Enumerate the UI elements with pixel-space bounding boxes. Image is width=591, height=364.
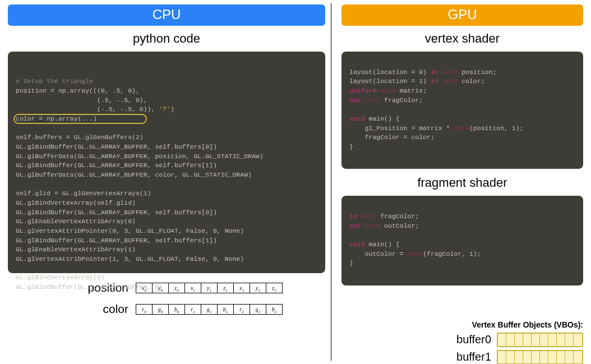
- code-line: GL.glBufferData(GL.GL_ARRAY_BUFFER, colo…: [16, 171, 252, 178]
- vbo-cell: [498, 334, 506, 346]
- code-line: }: [349, 259, 353, 266]
- code-line: GL.glBindBuffer(GL.GL_ARRAY_BUFFER, self…: [16, 162, 217, 169]
- vbo-cell: [548, 351, 557, 363]
- code-line: GL.glBindBuffer(GL.GL_ARRAY_BUFFER, self…: [16, 237, 217, 244]
- code-line: self.glid = GL.glGenVertexArrays(1): [16, 190, 151, 197]
- code-line: GL.glBindVertexArray(self.glid): [16, 199, 136, 206]
- array-cell: r0: [136, 304, 153, 315]
- vbo-label: buffer0: [456, 333, 491, 346]
- vbo-cell: [565, 334, 574, 346]
- vbo-cell: [515, 334, 523, 346]
- array-cell: y2: [250, 283, 266, 293]
- vbo-cell: [523, 334, 532, 346]
- vbo-cell: [574, 334, 582, 346]
- gpu-column: GPU vertex shader layout(location = 0) i…: [331, 0, 591, 364]
- vbo-cell: [548, 334, 557, 346]
- python-code-box: # Setup the triangle position = np.array…: [8, 52, 325, 273]
- cpu-header: CPU: [8, 4, 325, 26]
- code-line: GL.glBindVertexArray(0): [16, 274, 105, 281]
- vbo-cell: [557, 334, 565, 346]
- color-label: color: [78, 302, 128, 316]
- code-line: GL.glVertexAttribPointer(0, 3, GL.GL_FLO…: [16, 227, 244, 234]
- code-line: self.buffers = GL.glGenBuffers(2): [16, 133, 144, 141]
- array-cell: b0: [168, 304, 185, 315]
- python-code-title: python code: [8, 31, 325, 46]
- vbo-cell: [532, 351, 540, 363]
- vbo-cell: [523, 351, 532, 363]
- code-line: out vec4 outColor;: [349, 222, 419, 229]
- code-line: GL.glEnableVertexAttribArray(0): [16, 218, 136, 225]
- code-line: (-.5, -.5, 0)), 'f'): [16, 105, 174, 113]
- vertex-shader-title: vertex shader: [341, 31, 583, 46]
- vbo-cell: [557, 351, 565, 363]
- array-cell: b1: [217, 304, 234, 315]
- color-cells: r0g0b0r1g1b1r2g2b2: [136, 304, 283, 315]
- vbo-area: Vertex Buffer Objects (VBOs): buffer0buf…: [341, 320, 583, 364]
- code-line: layout(location = 1) in vec3 color;: [349, 77, 485, 85]
- code-line: in vec3 fragColor;: [349, 213, 419, 220]
- array-cell: z1: [217, 283, 234, 293]
- code-line: GL.glBindBuffer(GL.GL_ARRAY_BUFFER, self…: [16, 209, 217, 216]
- code-line: position = np.array(((0, .5, 0),: [16, 87, 140, 94]
- code-line: (.5, -.5, 0),: [16, 96, 147, 104]
- array-cell: b2: [266, 304, 283, 315]
- code-line: outColor = vec4(fragColor, 1);: [349, 250, 481, 257]
- code-line: }: [349, 143, 353, 150]
- vbo-cell: [540, 334, 548, 346]
- fragment-shader-title: fragment shader: [341, 176, 583, 190]
- array-cell: g1: [201, 304, 218, 315]
- vbo-row: buffer1: [341, 350, 583, 364]
- code-line: uniform mat4 matrix;: [349, 87, 427, 94]
- code-line: GL.glEnableVertexAttribArray(1): [16, 246, 136, 253]
- code-line: out vec3 fragColor;: [349, 96, 423, 104]
- code-line: GL.glBindBuffer(GL.GL_ARRAY_BUFFER, 0): [16, 283, 163, 291]
- array-cell: r2: [233, 304, 250, 315]
- array-cell: g2: [250, 304, 266, 315]
- array-cell: x1: [184, 283, 201, 293]
- vbo-cells: [497, 333, 583, 347]
- vbo-label: buffer1: [456, 351, 491, 363]
- code-line: layout(location = 0) in vec3 position;: [349, 68, 496, 76]
- vbo-title: Vertex Buffer Objects (VBOs):: [341, 320, 583, 329]
- cpu-column: CPU python code # Setup the triangle pos…: [0, 0, 331, 364]
- code-line: # Setup the triangle: [16, 77, 93, 85]
- diagram-root: CPU python code # Setup the triangle pos…: [0, 0, 591, 364]
- color-array: color r0g0b0r1g1b1r2g2b2: [8, 302, 325, 316]
- code-line: void main() {: [349, 115, 400, 122]
- vbo-cell: [506, 351, 515, 363]
- highlight-genbuffers: [13, 114, 147, 124]
- vbo-cell: [498, 351, 506, 363]
- vbo-cell: [574, 351, 582, 363]
- array-cell: x2: [233, 283, 250, 293]
- fragment-shader-box: in vec3 fragColor; out vec4 outColor; vo…: [341, 196, 583, 285]
- vbo-cell: [532, 334, 540, 346]
- code-line: GL.glBufferData(GL.GL_ARRAY_BUFFER, posi…: [16, 153, 264, 160]
- code-line: GL.glVertexAttribPointer(1, 3, GL.GL_FLO…: [16, 255, 244, 262]
- vbo-cell: [565, 351, 574, 363]
- array-cell: r1: [184, 304, 201, 315]
- vbo-cell: [506, 334, 515, 346]
- array-cell: y1: [201, 283, 218, 293]
- gpu-header: GPU: [341, 4, 583, 26]
- vbo-cell: [515, 351, 523, 363]
- code-line: GL.glBindBuffer(GL.GL_ARRAY_BUFFER, self…: [16, 143, 217, 150]
- array-cell: z2: [266, 283, 283, 293]
- code-line: void main() {: [349, 241, 400, 248]
- code-line: fragColor = color;: [349, 133, 435, 141]
- vertex-shader-box: layout(location = 0) in vec3 position; l…: [341, 52, 583, 169]
- array-cell: z0: [168, 283, 185, 293]
- vbo-cell: [540, 351, 548, 363]
- array-cell: g0: [152, 304, 169, 315]
- code-line: gl_Position = matrix * vec4(position, 1)…: [349, 125, 524, 132]
- vbo-row: buffer0: [341, 333, 583, 347]
- vbo-cells: [497, 350, 583, 364]
